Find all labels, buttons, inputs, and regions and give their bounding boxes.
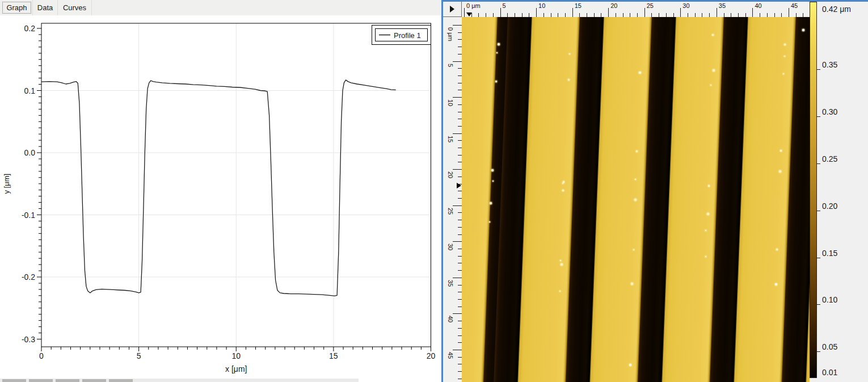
ruler-tick bbox=[453, 169, 462, 170]
colorbar-tick bbox=[817, 211, 820, 211]
afm-particle bbox=[802, 29, 804, 31]
color-gradient-bar bbox=[810, 2, 817, 378]
bottom-toolbar-segment[interactable] bbox=[109, 379, 133, 382]
ruler-tick bbox=[458, 39, 462, 40]
ruler-tick bbox=[515, 13, 515, 17]
colorbar-tick-label: 0.25 bbox=[822, 154, 837, 163]
ruler-label: 5 bbox=[503, 2, 506, 9]
ruler-tick bbox=[478, 13, 479, 17]
left-ruler: 0 μm51015202530354045 bbox=[443, 17, 462, 382]
colorbar-tick-label: 0.20 bbox=[822, 202, 837, 211]
afm-speck bbox=[561, 263, 563, 266]
afm-speck bbox=[639, 72, 641, 74]
ruler-label: 45 bbox=[447, 352, 454, 359]
x-tick-label: 5 bbox=[137, 351, 141, 360]
ruler-tick bbox=[702, 13, 702, 17]
ruler-tick bbox=[458, 83, 462, 83]
ruler-label: 30 bbox=[447, 244, 454, 250]
ruler-tick bbox=[458, 256, 462, 257]
ruler-tick bbox=[458, 249, 462, 249]
h-position-marker[interactable] bbox=[466, 12, 472, 16]
afm-speck bbox=[491, 169, 494, 171]
x-axis-title: x [μm] bbox=[225, 364, 247, 373]
ruler-label: 15 bbox=[575, 2, 582, 9]
y-tick-label: 0.1 bbox=[24, 86, 36, 95]
ruler-tick bbox=[458, 75, 462, 76]
ruler-tick bbox=[709, 13, 710, 17]
ruler-tick bbox=[572, 8, 573, 17]
ruler-tick bbox=[458, 90, 462, 90]
ruler-tick bbox=[453, 25, 462, 26]
afm-speck bbox=[775, 283, 777, 286]
ruler-tick bbox=[458, 321, 462, 321]
colorbar-max-label: 0.42 μm bbox=[822, 5, 851, 14]
ruler-tick bbox=[558, 13, 558, 17]
ruler-tick bbox=[458, 328, 462, 329]
ruler-tick bbox=[458, 227, 462, 228]
afm-speck bbox=[492, 180, 494, 182]
bottom-toolbar-segment[interactable] bbox=[56, 379, 79, 382]
ruler-tick bbox=[458, 220, 462, 220]
profile-plot: 0.20.10.0-0.1-0.2-0.305101520x [μm]y [μm… bbox=[0, 0, 441, 382]
colorbar-tick bbox=[817, 163, 820, 164]
ruler-label: 40 bbox=[755, 2, 761, 9]
ruler-tick bbox=[453, 205, 462, 206]
afm-speck bbox=[779, 170, 781, 173]
ruler-tick bbox=[724, 13, 724, 17]
ruler-tick bbox=[789, 8, 789, 17]
ruler-tick bbox=[458, 112, 462, 112]
v-position-marker[interactable] bbox=[457, 183, 461, 188]
ruler-tick bbox=[458, 162, 462, 162]
afm-image-window: 0 μm51015202530354045 0 μm51015202530354… bbox=[441, 0, 868, 382]
ruler-tick bbox=[453, 313, 462, 314]
afm-speck bbox=[713, 69, 715, 72]
afm-speck bbox=[705, 256, 706, 257]
bottom-toolbar-segment[interactable] bbox=[2, 379, 26, 382]
y-axis-title: y [μm] bbox=[2, 174, 11, 194]
afm-speck bbox=[489, 221, 490, 223]
ruler-tick bbox=[644, 8, 645, 17]
ruler-tick bbox=[731, 13, 731, 17]
ruler-label: 5 bbox=[447, 64, 454, 67]
ruler-tick bbox=[623, 13, 623, 17]
colorbar-tick bbox=[817, 69, 820, 70]
ruler-tick bbox=[453, 350, 462, 350]
colorbar-tick bbox=[817, 258, 820, 258]
y-tick-label: -0.3 bbox=[22, 335, 35, 344]
bottom-toolbar-segment[interactable] bbox=[29, 379, 53, 382]
afm-speck bbox=[712, 34, 714, 36]
ruler-tick bbox=[659, 13, 659, 17]
afm-speck bbox=[562, 183, 563, 184]
afm-speck bbox=[710, 85, 711, 86]
ruler-tick bbox=[458, 148, 462, 148]
colorbar-tick-label: 0.05 bbox=[822, 342, 837, 351]
ruler-tick bbox=[673, 13, 674, 17]
ruler-tick bbox=[458, 263, 462, 263]
ruler-tick bbox=[458, 54, 462, 54]
ruler-tick bbox=[458, 155, 462, 156]
bottom-toolbar-segment[interactable] bbox=[82, 379, 106, 382]
afm-speck bbox=[498, 43, 500, 45]
ruler-corner-button[interactable] bbox=[443, 2, 462, 17]
ruler-tick bbox=[608, 8, 609, 17]
ruler-tick bbox=[458, 198, 462, 199]
ruler-tick bbox=[767, 13, 768, 17]
ruler-tick bbox=[458, 364, 462, 364]
afm-speck bbox=[633, 249, 634, 250]
ruler-label: 30 bbox=[682, 2, 689, 9]
afm-speck bbox=[635, 179, 636, 180]
ruler-tick bbox=[458, 292, 462, 292]
ruler-tick bbox=[688, 13, 688, 17]
ruler-tick bbox=[458, 47, 462, 47]
ruler-tick bbox=[458, 104, 462, 105]
ruler-tick bbox=[616, 13, 616, 17]
ruler-tick bbox=[458, 212, 462, 213]
y-tick-label: 0.2 bbox=[24, 24, 36, 33]
afm-speck bbox=[559, 291, 561, 292]
ruler-label: 10 bbox=[538, 2, 545, 9]
ruler-tick bbox=[458, 299, 462, 300]
afm-image[interactable] bbox=[462, 17, 810, 382]
afm-speck bbox=[496, 52, 498, 53]
x-tick-label: 10 bbox=[231, 351, 241, 360]
ruler-tick bbox=[453, 278, 462, 278]
